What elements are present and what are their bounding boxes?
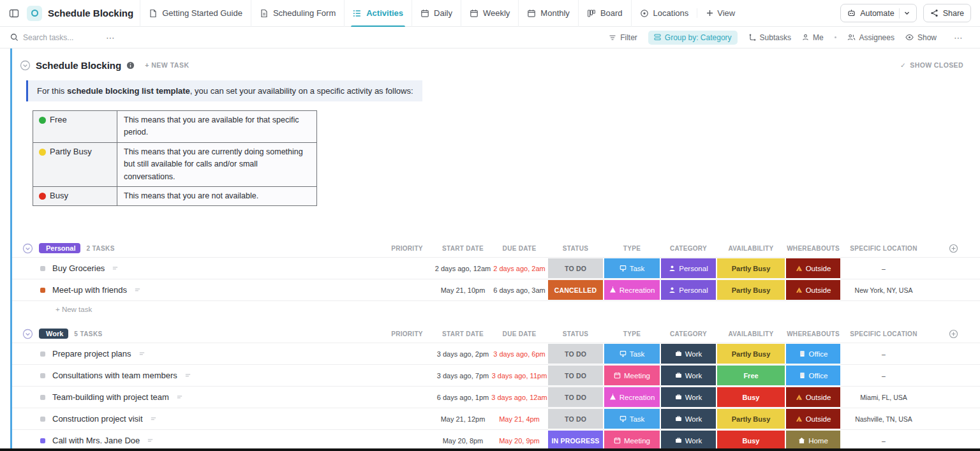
column-header-priority[interactable]: PRIORITY <box>380 239 434 257</box>
whereabouts-badge[interactable]: Outside <box>786 280 840 300</box>
add-column-button[interactable] <box>926 325 980 343</box>
task-name[interactable]: Prepare project plans <box>52 349 131 359</box>
info-icon[interactable] <box>126 61 135 70</box>
due-date[interactable]: May 21, 4pm <box>491 408 547 429</box>
tab-weekly[interactable]: Weekly <box>461 0 518 27</box>
automate-button[interactable]: Automate <box>840 4 917 22</box>
add-column-button[interactable] <box>926 239 980 257</box>
column-header-availability[interactable]: AVAILABILITY <box>716 239 785 257</box>
due-date[interactable]: 3 days ago, 12am <box>491 387 547 408</box>
specific-location[interactable]: Nashville, TN, USA <box>841 408 926 429</box>
search-input[interactable] <box>23 33 100 42</box>
tab-activities[interactable]: Activities <box>344 0 412 27</box>
type-badge[interactable]: Task <box>604 344 660 364</box>
category-badge[interactable]: Work <box>661 409 716 429</box>
specific-location[interactable]: New York, NY, USA <box>841 279 926 300</box>
due-date[interactable]: 3 days ago, 6pm <box>491 343 547 364</box>
status-badge[interactable]: TO DO <box>548 387 603 407</box>
specific-location[interactable]: – <box>841 343 926 364</box>
column-header-specific-location[interactable]: SPECIFIC LOCATION <box>841 239 926 257</box>
task-status-bullet[interactable] <box>40 395 45 400</box>
type-badge[interactable]: Task <box>604 258 660 278</box>
column-header-due-date[interactable]: DUE DATE <box>491 325 547 343</box>
tab-locations[interactable]: Locations <box>631 0 697 27</box>
assignees-button[interactable]: Assignees <box>847 33 895 42</box>
column-header-due-date[interactable]: DUE DATE <box>491 239 547 257</box>
task-row[interactable]: Construction project visit May 21, 12pm … <box>12 408 980 429</box>
status-badge[interactable]: TO DO <box>548 344 603 364</box>
whereabouts-badge[interactable]: Outside <box>786 409 840 429</box>
task-status-bullet[interactable] <box>40 351 45 357</box>
tab-getting-started-guide[interactable]: Getting Started Guide <box>140 0 251 27</box>
due-date[interactable]: 2 days ago, 2am <box>491 258 547 279</box>
priority-flag[interactable] <box>380 387 434 408</box>
due-date[interactable]: 6 days ago, 3am <box>491 279 547 300</box>
group-collapse-chevron[interactable] <box>22 243 33 254</box>
tab-board[interactable]: Board <box>578 0 631 27</box>
start-date[interactable]: May 21, 10pm <box>434 279 491 300</box>
task-row[interactable]: Meet-up with friends May 21, 10pm 6 days… <box>12 279 980 300</box>
search-box[interactable] <box>10 33 100 42</box>
toolbar-more-icon[interactable]: ⋯ <box>947 33 970 43</box>
category-badge[interactable]: Work <box>661 344 716 364</box>
category-badge[interactable]: Work <box>661 366 716 385</box>
status-badge[interactable]: TO DO <box>548 258 603 278</box>
whereabouts-badge[interactable]: Outside <box>786 258 840 278</box>
column-header-status[interactable]: STATUS <box>547 239 604 257</box>
category-badge[interactable]: Personal <box>661 258 716 278</box>
category-badge[interactable]: Work <box>661 431 716 448</box>
due-date[interactable]: May 20, 9pm <box>491 430 547 448</box>
task-name[interactable]: Construction project visit <box>52 414 143 424</box>
status-badge[interactable]: IN PROGRESS <box>548 431 603 448</box>
availability-badge[interactable]: Busy <box>717 431 785 448</box>
column-header-status[interactable]: STATUS <box>547 325 604 343</box>
specific-location[interactable]: – <box>841 365 926 386</box>
task-status-bullet[interactable] <box>40 266 45 271</box>
task-row[interactable]: Call with Mrs. Jane Doe May 20, 8pm May … <box>12 429 980 448</box>
start-date[interactable]: 3 days ago, 7pm <box>434 365 491 386</box>
task-status-bullet[interactable] <box>40 438 45 443</box>
task-status-bullet[interactable] <box>40 417 45 422</box>
specific-location[interactable]: – <box>841 430 926 448</box>
new-task-header-button[interactable]: + NEW TASK <box>145 61 189 69</box>
tab-daily[interactable]: Daily <box>412 0 461 27</box>
category-badge[interactable]: Personal <box>661 280 716 300</box>
task-name[interactable]: Call with Mrs. Jane Doe <box>52 436 140 445</box>
column-header-start-date[interactable]: START DATE <box>434 325 491 343</box>
task-row[interactable]: Prepare project plans 3 days ago, 2pm 3 … <box>12 343 980 364</box>
filter-button[interactable]: Filter <box>609 33 637 42</box>
group-collapse-chevron[interactable] <box>22 329 33 339</box>
me-button[interactable]: Me <box>802 33 824 42</box>
task-row[interactable]: Buy Groceries 2 days ago, 12am 2 days ag… <box>12 257 980 279</box>
column-header-whereabouts[interactable]: WHEREABOUTS <box>785 325 841 343</box>
group-badge[interactable]: Personal <box>39 243 80 253</box>
start-date[interactable]: 6 days ago, 1pm <box>434 387 491 408</box>
category-badge[interactable]: Work <box>661 387 716 407</box>
new-task-button[interactable]: + New task <box>12 300 980 317</box>
column-header-category[interactable]: CATEGORY <box>660 325 716 343</box>
task-status-bullet[interactable] <box>40 373 45 378</box>
availability-badge[interactable]: Partly Busy <box>717 344 785 364</box>
specific-location[interactable]: Miami, FL, USA <box>841 387 926 408</box>
due-date[interactable]: 3 days ago, 11pm <box>491 365 547 386</box>
collapse-list-chevron[interactable] <box>20 60 31 71</box>
start-date[interactable]: 3 days ago, 2pm <box>434 343 491 364</box>
task-name[interactable]: Buy Groceries <box>52 263 105 273</box>
status-badge[interactable]: TO DO <box>548 409 603 429</box>
priority-flag[interactable] <box>380 408 434 429</box>
availability-badge[interactable]: Busy <box>717 387 785 407</box>
task-name[interactable]: Consultations with team members <box>52 371 177 380</box>
whereabouts-badge[interactable]: Office <box>786 344 840 364</box>
type-badge[interactable]: Recreation <box>604 387 660 407</box>
group-by-button[interactable]: Group by: Category <box>648 31 738 45</box>
column-header-specific-location[interactable]: SPECIFIC LOCATION <box>841 325 926 343</box>
priority-flag[interactable] <box>380 279 434 300</box>
column-header-type[interactable]: TYPE <box>604 325 660 343</box>
priority-flag[interactable] <box>380 365 434 386</box>
availability-badge[interactable]: Partly Busy <box>717 409 785 429</box>
column-header-start-date[interactable]: START DATE <box>434 239 491 257</box>
column-header-availability[interactable]: AVAILABILITY <box>716 325 785 343</box>
task-name[interactable]: Meet-up with friends <box>52 285 127 295</box>
type-badge[interactable]: Meeting <box>604 366 660 385</box>
whereabouts-badge[interactable]: Office <box>786 366 840 385</box>
